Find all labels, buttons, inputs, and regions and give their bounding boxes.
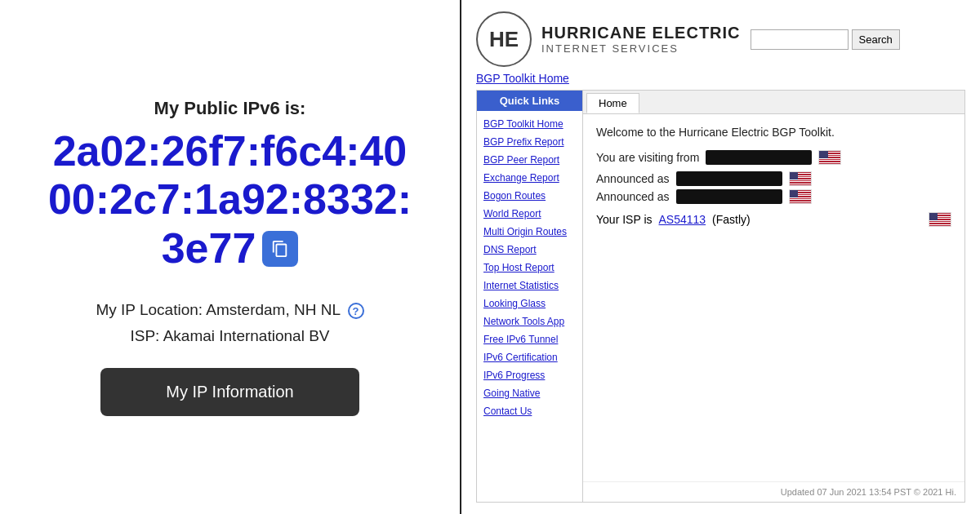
quick-link-item: Contact Us xyxy=(477,401,582,419)
tab-home[interactable]: Home xyxy=(586,93,639,113)
he-logo: HE xyxy=(476,11,532,67)
quick-links-panel: Quick Links BGP Toolkit HomeBGP Prefix R… xyxy=(477,91,583,502)
quick-link-item: Internet Statistics xyxy=(477,276,582,294)
quick-link[interactable]: Network Tools App xyxy=(483,316,564,327)
bgp-toolkit-link[interactable]: BGP Toolkit Home xyxy=(476,72,569,85)
quick-link[interactable]: IPv6 Progress xyxy=(483,370,545,381)
isp-text: ISP: Akamai International BV xyxy=(131,327,330,345)
isp-as-link[interactable]: AS54113 xyxy=(659,213,706,226)
ipv6-address: 2a02:26f7:f6c4:40 00:2c7:1a92:8332: 3e77 xyxy=(48,127,412,273)
visiting-flag-icon xyxy=(818,150,841,165)
announced-ip-1-redacted xyxy=(676,171,782,186)
quick-link[interactable]: IPv6 Certification xyxy=(483,352,558,363)
quick-link[interactable]: Top Host Report xyxy=(483,262,555,273)
quick-link-item: Network Tools App xyxy=(477,312,582,330)
visiting-from-row: You are visiting from xyxy=(596,150,951,165)
left-panel: My Public IPv6 is: 2a02:26f7:f6c4:40 00:… xyxy=(0,0,461,514)
isp-row: Your ISP is AS54113 (Fastly) xyxy=(596,212,951,227)
isp-name: (Fastly) xyxy=(712,213,751,226)
right-panel: HE HURRICANE ELECTRIC INTERNET SERVICES … xyxy=(461,0,980,514)
tab-bar: Home xyxy=(583,91,964,114)
announced-row-2: Announced as xyxy=(596,189,951,204)
location-help-icon[interactable]: ? xyxy=(348,303,364,319)
quick-link[interactable]: Exchange Report xyxy=(483,172,559,184)
quick-link-item: IPv6 Certification xyxy=(477,348,582,366)
quick-link[interactable]: Going Native xyxy=(483,388,540,399)
he-title-sub: INTERNET SERVICES xyxy=(541,42,741,55)
announced-ip-2-redacted xyxy=(676,189,782,204)
quick-link-item: Free IPv6 Tunnel xyxy=(477,330,582,348)
he-title-main: HURRICANE ELECTRIC xyxy=(541,24,741,42)
announced-flag-2 xyxy=(789,189,812,204)
he-search: Search xyxy=(751,29,900,50)
search-input[interactable] xyxy=(751,29,849,50)
ipv6-label: My Public IPv6 is: xyxy=(154,98,306,119)
quick-link-item: Exchange Report xyxy=(477,168,582,186)
quick-link[interactable]: Free IPv6 Tunnel xyxy=(483,334,558,345)
my-ip-information-button[interactable]: My IP Information xyxy=(100,368,359,416)
quick-link-item: IPv6 Progress xyxy=(477,366,582,383)
announced-label-2: Announced as xyxy=(596,190,670,203)
quick-link-item: BGP Peer Report xyxy=(477,150,582,168)
isp-flag-icon xyxy=(929,212,951,227)
visiting-ip-redacted xyxy=(706,150,812,165)
announced-label-1: Announced as xyxy=(596,172,670,185)
quick-link[interactable]: Bogon Routes xyxy=(483,190,546,202)
quick-link-item: Going Native xyxy=(477,383,582,401)
visiting-label: You are visiting from xyxy=(596,151,699,164)
quick-link-item: DNS Report xyxy=(477,240,582,258)
he-title: HURRICANE ELECTRIC INTERNET SERVICES xyxy=(541,24,741,55)
quick-link-item: BGP Toolkit Home xyxy=(477,114,582,132)
announced-flag-1 xyxy=(789,171,812,186)
welcome-text: Welcome to the Hurricane Electric BGP To… xyxy=(596,126,951,139)
main-content-area: Home Welcome to the Hurricane Electric B… xyxy=(583,91,964,502)
he-header: HE HURRICANE ELECTRIC INTERNET SERVICES … xyxy=(476,11,900,67)
location-text: My IP Location: Amsterdam, NH NL ? xyxy=(96,301,363,320)
quick-link[interactable]: BGP Toolkit Home xyxy=(483,118,564,130)
quick-link-item: World Report xyxy=(477,204,582,222)
quick-link[interactable]: World Report xyxy=(483,208,541,219)
announced-row-1: Announced as xyxy=(596,171,951,186)
quick-link-item: Top Host Report xyxy=(477,258,582,276)
quick-link[interactable]: Internet Statistics xyxy=(483,280,559,291)
he-body: Quick Links BGP Toolkit HomeBGP Prefix R… xyxy=(476,90,965,503)
isp-label: Your ISP is xyxy=(596,213,653,226)
content-area: Welcome to the Hurricane Electric BGP To… xyxy=(583,114,964,481)
quick-link[interactable]: Contact Us xyxy=(483,405,532,417)
quick-link[interactable]: BGP Peer Report xyxy=(483,154,559,166)
quick-links-list: BGP Toolkit HomeBGP Prefix ReportBGP Pee… xyxy=(477,111,582,423)
quick-link[interactable]: Multi Origin Routes xyxy=(483,226,567,237)
quick-link[interactable]: BGP Prefix Report xyxy=(483,136,564,148)
quick-link-item: Multi Origin Routes xyxy=(477,222,582,240)
announced-rows: Announced as Announced as xyxy=(596,171,951,204)
footer-text: Updated 07 Jun 2021 13:54 PST © 2021 Hi. xyxy=(583,481,964,502)
quick-link-item: Bogon Routes xyxy=(477,186,582,204)
quick-link[interactable]: DNS Report xyxy=(483,244,537,255)
copy-ipv6-button[interactable] xyxy=(262,231,298,267)
search-button[interactable]: Search xyxy=(852,29,900,50)
quick-link-item: BGP Prefix Report xyxy=(477,132,582,150)
copy-icon xyxy=(271,240,289,258)
quick-link-item: Looking Glass xyxy=(477,294,582,312)
quick-links-header: Quick Links xyxy=(477,91,582,111)
quick-link[interactable]: Looking Glass xyxy=(483,298,546,309)
